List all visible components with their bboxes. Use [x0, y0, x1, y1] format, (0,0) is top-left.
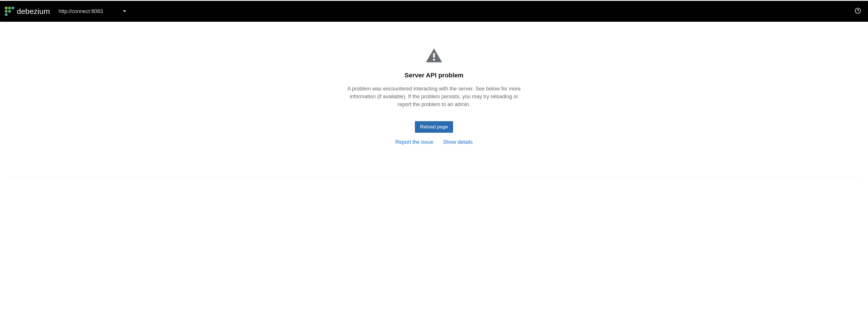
svg-point-9: [433, 59, 435, 61]
footer-divider: [9, 177, 859, 177]
cluster-selector[interactable]: http://connect:8083: [56, 7, 129, 16]
svg-rect-8: [433, 53, 435, 58]
show-details-link[interactable]: Show details: [443, 139, 473, 145]
svg-point-7: [858, 12, 858, 12]
header-left: debezium http://connect:8083: [5, 6, 129, 16]
chevron-down-icon: [123, 10, 126, 12]
report-issue-link[interactable]: Report the issue: [395, 139, 433, 145]
error-panel: Server API problem A problem was encount…: [0, 22, 868, 145]
debezium-logo-icon: [5, 6, 14, 16]
svg-rect-2: [11, 7, 14, 9]
help-icon[interactable]: [855, 7, 861, 14]
svg-rect-1: [8, 7, 11, 9]
svg-rect-5: [5, 13, 7, 16]
reload-button[interactable]: Reload page: [415, 121, 453, 133]
cluster-url: http://connect:8083: [59, 8, 103, 14]
svg-point-6: [855, 8, 861, 13]
svg-rect-4: [8, 10, 11, 13]
brand-name: debezium: [17, 7, 50, 16]
svg-rect-3: [5, 10, 7, 13]
app-header: debezium http://connect:8083: [0, 1, 868, 22]
warning-icon: [425, 48, 443, 63]
svg-rect-0: [5, 7, 7, 9]
header-right: [855, 7, 863, 15]
error-description: A problem was encountered interacting wi…: [347, 85, 521, 108]
brand-logo[interactable]: debezium: [5, 6, 50, 16]
error-title: Server API problem: [404, 71, 463, 79]
error-links: Report the issue Show details: [395, 139, 472, 145]
